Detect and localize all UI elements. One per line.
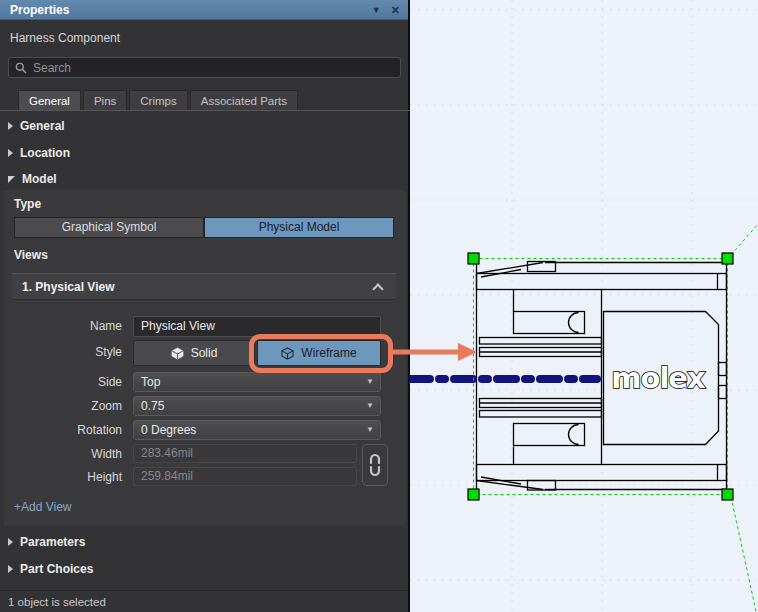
model-section-body: Type Graphical Symbol Physical Model Vie… <box>4 190 406 526</box>
chain-link-icon <box>366 451 384 479</box>
rotation-label: Rotation <box>4 423 122 437</box>
section-parameters[interactable]: Parameters <box>8 535 85 549</box>
collapse-chevron-icon[interactable] <box>372 283 383 294</box>
section-location[interactable]: Location <box>8 146 70 160</box>
tab-general[interactable]: General <box>18 90 81 111</box>
name-label: Name <box>4 319 122 333</box>
close-icon[interactable]: ✕ <box>391 0 400 20</box>
chevron-down-icon: ▼ <box>366 397 374 415</box>
zoom-dropdown[interactable]: 0.75 ▼ <box>133 396 381 416</box>
selection-handle <box>468 489 479 500</box>
collapsed-arrow-icon <box>8 149 13 157</box>
physical-view-group-header[interactable]: 1. Physical View <box>12 273 396 300</box>
width-field: 283.46mil <box>133 444 357 463</box>
name-field[interactable]: Physical View <box>133 316 381 337</box>
zoom-label: Zoom <box>4 399 122 413</box>
link-dimensions-button[interactable] <box>362 444 388 486</box>
panel-title: Properties <box>10 3 69 17</box>
status-bar: 1 object is selected <box>0 590 408 612</box>
panel-menu-icon[interactable]: ▼ <box>372 0 381 20</box>
collapsed-arrow-icon <box>8 122 13 130</box>
chevron-down-icon: ▼ <box>366 421 374 439</box>
search-box[interactable] <box>8 57 401 78</box>
tab-pins[interactable]: Pins <box>83 90 127 111</box>
style-label: Style <box>4 345 122 359</box>
tab-bar: General Pins Crimps Associated Parts <box>18 90 298 111</box>
rotation-dropdown[interactable]: 0 Degrees ▼ <box>133 420 381 440</box>
selection-handle <box>722 489 733 500</box>
object-type-label: Harness Component <box>10 31 120 45</box>
expanded-arrow-icon <box>8 176 15 183</box>
panel-titlebar: Properties ▼ ✕ <box>0 0 408 20</box>
selection-handle <box>468 253 479 264</box>
solid-cube-icon <box>171 347 184 360</box>
status-text: 1 object is selected <box>8 596 106 608</box>
collapsed-arrow-icon <box>8 565 13 573</box>
add-view-link[interactable]: +Add View <box>14 500 72 514</box>
grid <box>410 0 758 612</box>
type-label: Type <box>14 197 41 211</box>
properties-panel: Properties ▼ ✕ Harness Component General… <box>0 0 410 612</box>
style-wireframe-button[interactable]: Wireframe <box>257 340 381 366</box>
search-icon <box>15 62 27 74</box>
molex-logo-text: molex <box>611 361 706 395</box>
section-part-choices[interactable]: Part Choices <box>8 562 93 576</box>
height-field: 259.84mil <box>133 467 357 486</box>
section-model[interactable]: Model <box>8 172 57 186</box>
chevron-down-icon: ▼ <box>366 373 374 391</box>
type-graphical-symbol-button[interactable]: Graphical Symbol <box>14 217 204 238</box>
views-label: Views <box>14 248 48 262</box>
width-label: Width <box>4 447 122 461</box>
tab-associated-parts[interactable]: Associated Parts <box>190 90 298 111</box>
side-label: Side <box>4 375 122 389</box>
schematic-canvas[interactable]: molex <box>410 0 758 612</box>
tab-underline <box>0 110 410 111</box>
selection-handle <box>722 253 733 264</box>
wireframe-cube-icon <box>281 347 294 360</box>
collapsed-arrow-icon <box>8 538 13 546</box>
side-dropdown[interactable]: Top ▼ <box>133 372 381 392</box>
style-solid-button[interactable]: Solid <box>133 340 255 366</box>
type-physical-model-button[interactable]: Physical Model <box>204 217 394 238</box>
section-general[interactable]: General <box>8 119 65 133</box>
tab-crimps[interactable]: Crimps <box>129 90 187 111</box>
search-input[interactable] <box>33 61 394 75</box>
height-label: Height <box>4 470 122 484</box>
